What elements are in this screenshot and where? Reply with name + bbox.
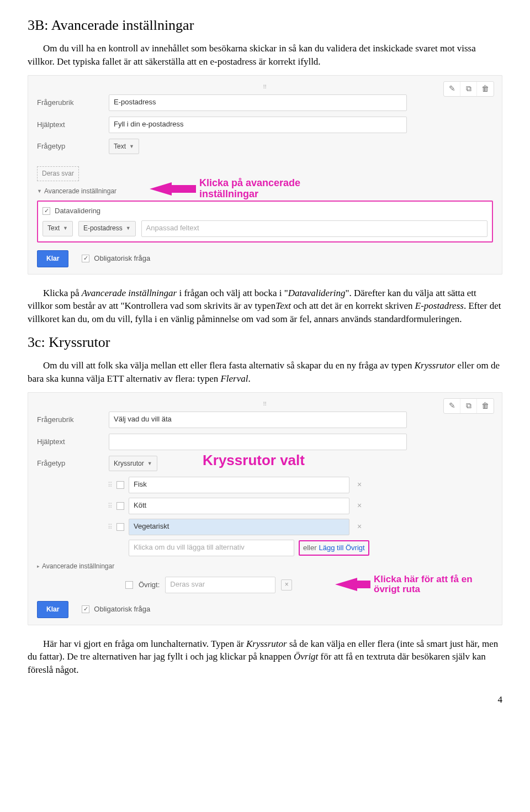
para-3b-intro: Om du vill ha en kontroll av innehållet … xyxy=(28,42,502,68)
input-fragerubrik[interactable]: Välj vad du vill äta xyxy=(109,412,407,428)
input-fragerubrik[interactable]: E-postadress xyxy=(109,94,407,111)
label-datavalidation: Datavalidering xyxy=(55,206,100,216)
drag-handle-icon[interactable]: ⠿ xyxy=(108,523,112,532)
dropdown-val-type-value: Text xyxy=(47,224,60,233)
form-panel-kryssrutor: ⠿ ✎ ⧉ 🗑 Frågerubrik Välj vad du vill äta… xyxy=(28,392,502,625)
label-fragerubrik: Frågerubrik xyxy=(37,415,109,425)
button-klar[interactable]: Klar xyxy=(37,250,68,267)
triangle-right-icon: ▸ xyxy=(37,563,40,570)
checkbox-datavalidation[interactable]: ✓ xyxy=(43,207,50,215)
drag-handle-icon[interactable]: ⠿ xyxy=(108,502,112,511)
label-fragetyp: Frågetyp xyxy=(37,141,109,151)
dropdown-fragetyp-value: Kryssrutor xyxy=(114,459,144,468)
label-mandatory: Obligatorisk fråga xyxy=(94,254,150,263)
checkbox-option xyxy=(116,502,124,510)
label-mandatory: Obligatorisk fråga xyxy=(94,604,150,614)
heading-3c: 3c: Kryssrutor xyxy=(28,333,502,352)
remove-ovrigt-button[interactable]: × xyxy=(281,579,292,590)
trash-icon[interactable]: 🗑 xyxy=(477,399,494,413)
add-other-link[interactable]: Lägg till Övrigt xyxy=(319,543,365,553)
advanced-settings-label: Avancerade inställningar xyxy=(44,187,116,196)
input-hjalptext[interactable]: Fyll i din e-postadress xyxy=(109,117,407,133)
arrow-icon xyxy=(335,578,370,591)
triangle-down-icon: ▼ xyxy=(37,188,42,195)
label-fragetyp: Frågetyp xyxy=(37,458,109,468)
option-row: ⠿ Kött × xyxy=(108,498,493,514)
chevron-down-icon: ▼ xyxy=(129,143,134,150)
para-closing: Här har vi gjort en fråga om lunchaltern… xyxy=(28,637,502,677)
duplicate-icon[interactable]: ⧉ xyxy=(460,399,477,413)
input-feltext[interactable]: Anpassad feltext xyxy=(141,220,487,237)
or-text: eller xyxy=(303,543,317,553)
add-other-highlight: eller Lägg till Övrigt xyxy=(299,540,369,556)
edit-icon[interactable]: ✎ xyxy=(444,399,460,413)
remove-option-icon[interactable]: × xyxy=(357,479,362,491)
advanced-settings-toggle[interactable]: ▸ Avancerade inställningar xyxy=(37,562,493,571)
button-klar[interactable]: Klar xyxy=(37,601,68,618)
input-hjalptext[interactable] xyxy=(109,434,407,450)
label-hjalptext: Hjälptext xyxy=(37,437,109,447)
label-ovrigt: Övrigt: xyxy=(139,580,160,590)
dropdown-val-sub[interactable]: E-postadress ▼ xyxy=(78,221,136,236)
dropdown-fragetyp-value: Text xyxy=(114,142,126,151)
duplicate-icon[interactable]: ⧉ xyxy=(460,82,477,96)
checkbox-option xyxy=(116,481,124,489)
dropdown-val-type[interactable]: Text ▼ xyxy=(43,221,73,236)
dropdown-fragetyp[interactable]: Kryssrutor ▼ xyxy=(109,456,157,471)
option-row: ⠿ Vegetariskt × xyxy=(108,519,493,535)
their-answer-box: Deras svar xyxy=(37,166,79,181)
dropdown-val-sub-value: E-postadress xyxy=(83,224,123,233)
drag-handle-icon: ⠿ xyxy=(37,83,493,91)
drag-handle-icon[interactable]: ⠿ xyxy=(108,481,112,490)
page-number: 4 xyxy=(28,693,502,706)
add-option-row: ⠿ Klicka om du vill lägga till alternati… xyxy=(108,540,493,556)
input-option-2[interactable]: Kött xyxy=(129,498,349,514)
chevron-down-icon: ▼ xyxy=(63,225,68,232)
label-fragerubrik: Frågerubrik xyxy=(37,98,109,108)
remove-option-icon[interactable]: × xyxy=(357,521,362,532)
checkbox-option xyxy=(116,523,124,531)
callout-ovrigt: Klicka här för att få en övrigt ruta xyxy=(374,574,493,595)
input-add-option[interactable]: Klicka om du vill lägga till alternativ xyxy=(129,540,294,556)
label-hjalptext: Hjälptext xyxy=(37,120,109,130)
advanced-settings-toggle[interactable]: ▼ Avancerade inställningar xyxy=(37,187,493,196)
form-panel-epost: ⠿ ✎ ⧉ 🗑 Frågerubrik E-postadress Hjälpte… xyxy=(28,75,502,275)
dropdown-fragetyp[interactable]: Text ▼ xyxy=(109,139,139,154)
input-ovrigt[interactable]: Deras svar xyxy=(165,577,275,593)
chevron-down-icon: ▼ xyxy=(147,460,152,467)
chevron-down-icon: ▼ xyxy=(126,225,131,232)
input-option-3[interactable]: Vegetariskt xyxy=(129,519,349,535)
heading-3b: 3B: Avancerade inställningar xyxy=(28,15,502,35)
option-row: ⠿ Fisk × xyxy=(108,477,493,493)
trash-icon[interactable]: 🗑 xyxy=(477,82,494,96)
checkbox-mandatory[interactable]: ✓ xyxy=(82,605,89,613)
panel-toolbar: ✎ ⧉ 🗑 xyxy=(443,398,494,414)
remove-option-icon[interactable]: × xyxy=(357,500,362,512)
checkbox-mandatory[interactable]: ✓ xyxy=(82,255,89,262)
drag-handle-icon: ⠿ xyxy=(37,400,493,408)
edit-icon[interactable]: ✎ xyxy=(444,82,460,96)
validation-block-highlight: ✓ Datavalidering Text ▼ E-postadress ▼ A… xyxy=(37,201,493,242)
advanced-settings-label: Avancerade inställningar xyxy=(42,562,114,571)
para-3b-explain: Klicka på Avancerade inställningar i frå… xyxy=(28,287,502,326)
panel-toolbar: ✎ ⧉ 🗑 xyxy=(443,81,494,97)
checkbox-ovrigt xyxy=(125,581,133,589)
para-3c-intro: Om du vill att folk ska välja mellan ett… xyxy=(28,359,502,386)
input-option-1[interactable]: Fisk xyxy=(129,477,349,493)
